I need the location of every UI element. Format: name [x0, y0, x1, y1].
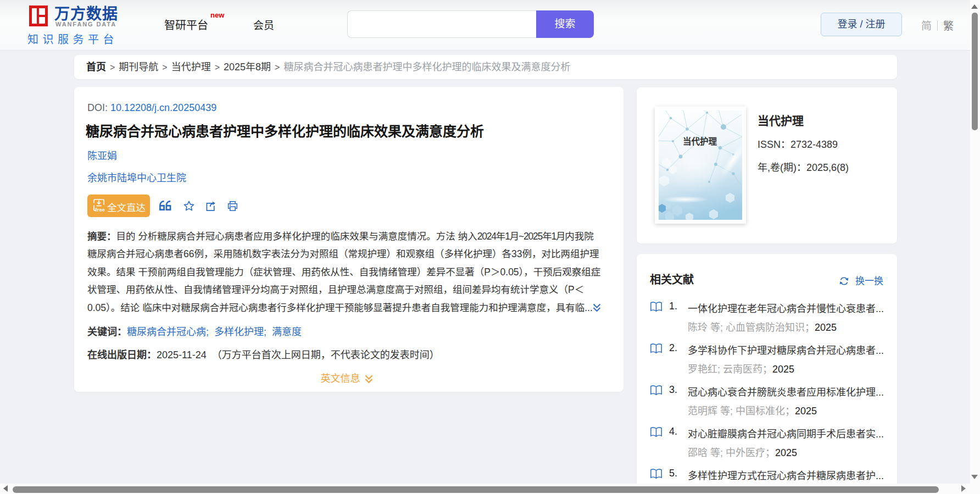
svg-text:当代护理: 当代护理: [683, 136, 717, 146]
svg-text:free: free: [95, 207, 104, 213]
